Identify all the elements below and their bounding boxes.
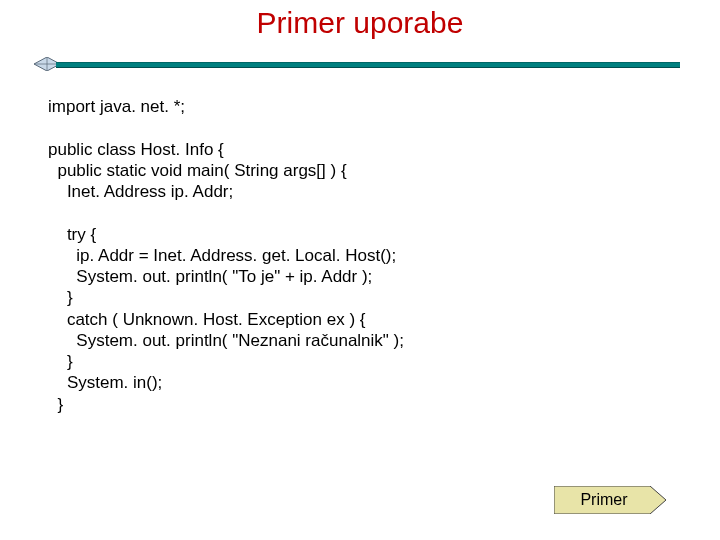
primer-button[interactable]: Primer [554,486,666,514]
primer-button-label: Primer [554,486,654,514]
slide: Primer uporabe import java. net. *; publ… [0,6,720,540]
horizontal-rule [56,62,680,68]
title-underline [16,54,680,76]
code-block: import java. net. *; public class Host. … [48,96,720,415]
slide-title: Primer uporabe [0,6,720,40]
